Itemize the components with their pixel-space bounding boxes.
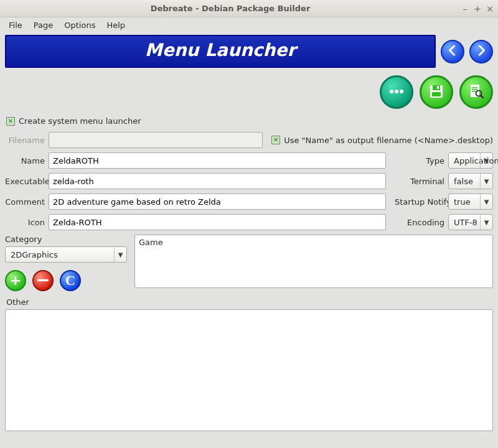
comment-label: Comment	[5, 197, 49, 207]
chevron-down-icon: ▼	[480, 215, 492, 230]
document-magnify-icon	[467, 82, 486, 103]
menu-help[interactable]: Help	[101, 19, 130, 31]
svg-rect-4	[433, 85, 440, 90]
svg-point-1	[395, 90, 398, 93]
chevron-down-icon: ▼	[480, 174, 492, 189]
svg-point-0	[390, 90, 393, 93]
maximize-icon[interactable]: +	[473, 4, 482, 13]
arrow-right-icon	[474, 44, 488, 59]
other-textarea[interactable]	[5, 309, 493, 431]
chevron-down-icon: ▼	[114, 247, 126, 262]
plus-icon: +	[10, 274, 21, 287]
category-add-button[interactable]: +	[5, 270, 26, 291]
category-label: Category	[5, 235, 129, 244]
ellipsis-icon	[387, 82, 406, 103]
comment-input[interactable]	[49, 194, 386, 210]
floppy-icon	[427, 82, 446, 103]
category-select[interactable]: 2DGraphics ▼	[5, 246, 127, 263]
svg-rect-6	[437, 86, 439, 89]
close-icon[interactable]: ×	[486, 4, 494, 13]
chevron-down-icon: ▼	[480, 153, 492, 168]
window-title: Debreate - Debian Package Builder	[4, 4, 457, 13]
type-select[interactable]: Application ▼	[448, 152, 493, 169]
terminal-select[interactable]: false ▼	[448, 173, 493, 189]
save-button[interactable]	[420, 75, 453, 109]
startup-notify-label: Startup Notify	[395, 197, 448, 207]
more-button[interactable]	[380, 75, 413, 109]
menubar: File Page Options Help	[0, 17, 498, 32]
chevron-down-icon: ▼	[480, 194, 492, 209]
minus-icon: −	[35, 271, 50, 289]
icon-input[interactable]	[49, 214, 386, 230]
category-select-value: 2DGraphics	[6, 250, 73, 259]
preview-button[interactable]	[459, 75, 493, 109]
icon-label: Icon	[5, 218, 49, 227]
arrow-left-icon	[446, 44, 459, 59]
page-title-banner: Menu Launcher	[5, 35, 436, 68]
category-clear-button[interactable]: C	[60, 270, 81, 291]
startup-notify-select[interactable]: true ▼	[448, 194, 493, 210]
other-label: Other	[6, 297, 493, 307]
toolbar	[0, 70, 498, 113]
use-name-filename-label: Use "Name" as output filename (<Name>.de…	[284, 136, 493, 145]
encoding-label: Encoding	[395, 218, 448, 227]
executable-input[interactable]	[49, 173, 386, 189]
category-list[interactable]: Game	[134, 235, 493, 288]
name-input[interactable]	[49, 152, 386, 169]
clear-c-icon: C	[65, 274, 75, 287]
create-launcher-label: Create system menu launcher	[19, 116, 141, 126]
filename-label: Filename	[5, 136, 49, 145]
menu-page[interactable]: Page	[29, 19, 58, 31]
type-label: Type	[395, 156, 448, 166]
svg-rect-5	[432, 92, 441, 96]
create-launcher-checkbox[interactable]	[6, 117, 15, 126]
minimize-icon[interactable]: –	[461, 4, 469, 13]
prev-page-button[interactable]	[441, 40, 464, 63]
svg-point-2	[400, 90, 403, 93]
name-label: Name	[5, 156, 49, 166]
encoding-select[interactable]: UTF-8 ▼	[448, 214, 493, 230]
next-page-button[interactable]	[469, 40, 493, 63]
list-item[interactable]: Game	[139, 238, 489, 247]
category-remove-button[interactable]: −	[32, 270, 54, 291]
svg-line-12	[481, 95, 483, 98]
menu-file[interactable]: File	[4, 19, 27, 31]
filename-input	[49, 132, 263, 148]
terminal-label: Terminal	[395, 177, 448, 186]
menu-options[interactable]: Options	[59, 19, 100, 31]
executable-label: Executable	[5, 177, 49, 186]
use-name-filename-checkbox[interactable]	[271, 136, 280, 144]
window-titlebar: Debreate - Debian Package Builder – + ×	[0, 0, 498, 17]
